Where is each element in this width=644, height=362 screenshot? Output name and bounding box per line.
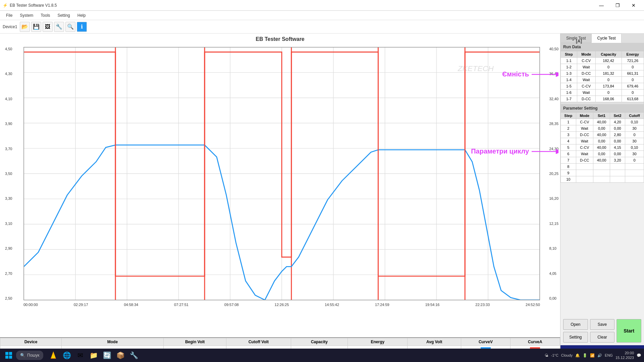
save-btn[interactable]: 💾 — [31, 22, 41, 32]
run-data-row: 1-1 C-CV 182,42 721,26 — [561, 58, 644, 64]
col-mode: Mode — [62, 338, 164, 346]
param-table: Step Mode Set1 Set2 Cutoff 1 C-CV 40,00 … — [560, 112, 644, 183]
param-row[interactable]: 3 D-CC 40,00 2,80 0 — [561, 132, 644, 138]
start-menu-button[interactable] — [3, 349, 15, 361]
col-capacity: Capacity — [291, 338, 348, 346]
zoom-btn[interactable]: 🔍 — [65, 22, 75, 32]
setting-button[interactable]: Setting — [563, 332, 588, 343]
save-button[interactable]: Save — [590, 319, 615, 330]
taskbar-app-explorer[interactable]: 📁 — [88, 349, 100, 361]
col-cutoff-volt: Cutoff Volt — [226, 338, 291, 346]
svg-text:ZKETECH: ZKETECH — [458, 64, 494, 73]
param-row[interactable]: 10 — [561, 176, 644, 183]
taskbar-weather-icon: 🌤 — [545, 353, 548, 357]
chart-area: EB Tester Software [V] [A] 2,50 2,70 2,9… — [0, 34, 560, 362]
run-data-row: 1-3 D-CC 181,32 661,31 — [561, 70, 644, 77]
param-row[interactable]: 8 — [561, 164, 644, 170]
y-axis-left: 2,50 2,70 2,90 3,10 3,30 3,50 3,70 3,90 … — [5, 47, 12, 300]
tab-bar: Single Test Cycle Test — [560, 34, 644, 43]
taskbar-weather: Cloudy — [561, 353, 573, 357]
app-title: EB Tester Software V1.8.5 — [10, 3, 57, 8]
taskbar-app-app2[interactable]: 📦 — [114, 349, 126, 361]
app-icon: ⚡ — [3, 3, 8, 8]
run-data-row: 1-5 C-CV 173,84 679,46 — [561, 83, 644, 89]
close-button[interactable]: ✕ — [626, 0, 641, 11]
param-section: Parameter Setting Step Mode Set1 Set2 Cu… — [560, 105, 644, 316]
title-bar-controls: — ❐ ✕ — [594, 0, 641, 11]
svg-rect-32 — [5, 356, 8, 359]
search-text: Пошук — [27, 353, 39, 358]
param-col-cutoff: Cutoff — [625, 113, 644, 119]
taskbar-apps: 🌐 ✉ 📁 🔄 📦 🔧 — [47, 349, 140, 361]
device-label: Device1 — [3, 24, 17, 29]
param-row[interactable]: 2 Wait 0,00 0,00 30 — [561, 125, 644, 132]
run-col-energy: Energy — [622, 51, 644, 58]
param-row[interactable]: 1 C-CV 40,00 4,20 0,10 — [561, 119, 644, 125]
taskbar-app-app3[interactable]: 🔧 — [128, 349, 140, 361]
image-btn[interactable]: 🖼 — [43, 22, 53, 32]
taskbar-app-remote[interactable]: 🔄 — [101, 349, 113, 361]
params-arrow — [532, 148, 558, 155]
run-data-header: Run Data — [560, 43, 644, 51]
taskbar-battery-icon: 🔋 — [583, 353, 587, 358]
col-curvev: CurveV — [461, 338, 511, 346]
taskbar-app-mail[interactable]: ✉ — [74, 349, 86, 361]
menu-setting[interactable]: Setting — [54, 12, 73, 19]
col-energy: Energy — [348, 338, 408, 346]
menu-tools[interactable]: Tools — [37, 12, 53, 19]
param-row[interactable]: 7 D-CC 40,00 3,20 0 — [561, 157, 644, 164]
menu-help[interactable]: Help — [74, 12, 89, 19]
chart-icon — [49, 351, 58, 360]
taskbar-app-edge[interactable]: 🌐 — [61, 349, 73, 361]
taskbar-notification-button[interactable]: 💬 — [637, 353, 641, 358]
bottom-buttons: Open Save Start Setting Clear — [560, 316, 644, 345]
maximize-button[interactable]: ❐ — [610, 0, 625, 11]
run-data-section: Run Data Step Mode Capacity Energy 1-1 C… — [560, 43, 644, 105]
run-data-row: 1-7 D-CC 168,06 613,68 — [561, 96, 644, 102]
minimize-button[interactable]: — — [594, 0, 609, 11]
param-row[interactable]: 6 Wait 0,00 0,00 30 — [561, 151, 644, 157]
taskbar-lang: ENG — [605, 353, 613, 357]
run-data-row: 1-2 Wait 0 0 — [561, 64, 644, 70]
title-bar-left: ⚡ EB Tester Software V1.8.5 — [3, 3, 57, 8]
menu-system[interactable]: System — [16, 12, 37, 19]
taskbar-time: 20:00 15.12.2023 — [615, 351, 634, 360]
capacity-annotation: Ємність — [502, 70, 558, 78]
tab-cycle-test[interactable]: Cycle Test — [591, 34, 621, 43]
taskbar-app-chart[interactable] — [47, 349, 59, 361]
param-col-step: Step — [561, 113, 576, 119]
capacity-arrow — [532, 71, 558, 78]
menu-file[interactable]: File — [3, 12, 16, 19]
search-icon: 🔍 — [20, 353, 25, 358]
param-col-set1: Set1 — [593, 113, 610, 119]
taskbar-search[interactable]: 🔍 Пошук — [16, 351, 43, 360]
param-row[interactable]: 9 — [561, 170, 644, 176]
run-data-row: 1-4 Wait 0 0 — [561, 77, 644, 83]
y-axis-right-label: [A] — [576, 39, 582, 44]
param-row[interactable]: 4 Wait 0,00 0,00 30 — [561, 138, 644, 144]
taskbar-right: 🌤 -1°C Cloudy 🔔 🔋 📶 🔊 ENG 20:00 15.12.20… — [545, 351, 641, 360]
open-button[interactable]: Open — [563, 319, 588, 330]
open-file-btn[interactable]: 📂 — [20, 22, 30, 32]
chart-axes: 2,50 2,70 2,90 3,10 3,30 3,50 3,70 3,90 … — [23, 47, 540, 300]
title-bar: ⚡ EB Tester Software V1.8.5 — ❐ ✕ — [0, 0, 644, 11]
param-col-set2: Set2 — [610, 113, 625, 119]
x-axis: 00:00:00 02:29:17 04:58:34 07:27:51 09:5… — [23, 301, 540, 307]
taskbar-temp: -1°C — [551, 353, 558, 357]
start-button[interactable]: Start — [616, 319, 641, 343]
settings-btn[interactable]: 🔧 — [54, 22, 64, 32]
clear-button[interactable]: Clear — [590, 332, 615, 343]
menu-bar: File System Tools Setting Help — [0, 11, 644, 20]
params-annotation: Параметри циклу — [471, 147, 558, 155]
col-begin-volt: Begin Volt — [163, 338, 226, 346]
toolbar: Device1 📂 💾 🖼 🔧 🔍 ℹ — [0, 20, 644, 34]
param-header: Parameter Setting — [560, 105, 644, 112]
chart-title: EB Tester Software — [0, 34, 560, 44]
run-col-capacity: Capacity — [595, 51, 622, 58]
taskbar-wifi-icon: 📶 — [590, 353, 595, 358]
taskbar: 🔍 Пошук 🌐 ✉ 📁 🔄 📦 🔧 🌤 — [0, 349, 644, 362]
col-curvea: CurveA — [510, 338, 560, 346]
info-btn[interactable]: ℹ — [77, 22, 87, 32]
run-data-row: 1-6 Wait 0 0 — [561, 89, 644, 96]
param-row[interactable]: 5 C-CV 40,00 4,15 0,10 — [561, 144, 644, 151]
